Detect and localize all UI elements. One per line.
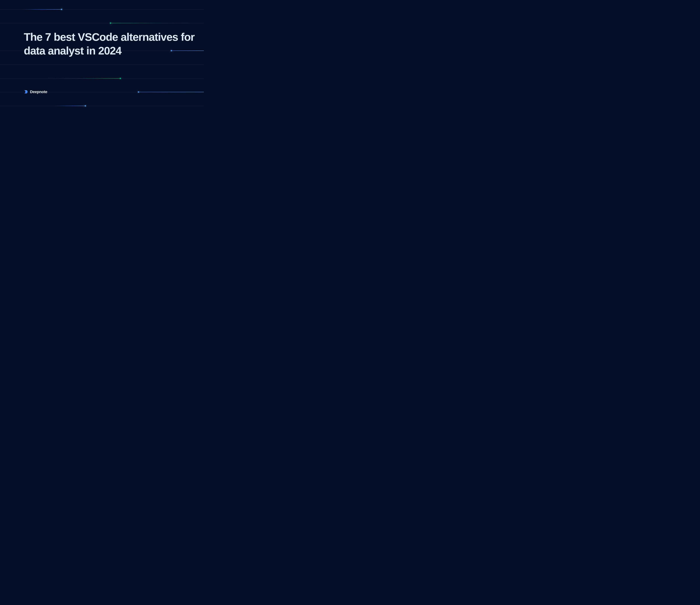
accent-line-blue: [53, 106, 85, 106]
accent-line-blue: [21, 9, 61, 9]
deepnote-logo-icon: [24, 90, 28, 94]
accent-line-green: [110, 23, 203, 23]
accent-line-blue: [139, 92, 204, 92]
accent-dot-green: [120, 78, 121, 79]
page-title: The 7 best VSCode alternatives for data …: [24, 30, 204, 58]
accent-dot-blue: [85, 105, 86, 106]
accent-dot-blue: [61, 9, 62, 10]
brand-container: Deepnote: [24, 90, 47, 94]
brand-name: Deepnote: [30, 90, 47, 94]
accent-dot-green: [110, 23, 111, 24]
accent-dot-blue: [138, 92, 139, 93]
decorative-line: [0, 106, 204, 106]
